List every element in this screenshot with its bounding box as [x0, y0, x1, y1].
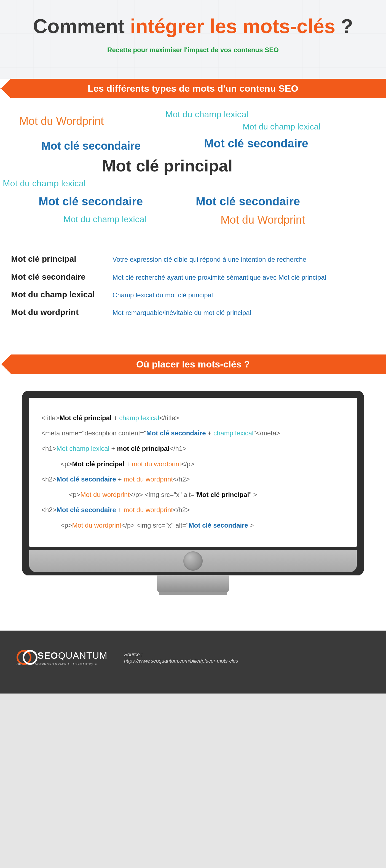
source-url: https://www.seoquantum.com/billet/placer…: [124, 658, 238, 664]
kw-wordprint: mot du wordprint: [124, 475, 173, 483]
kw-wordprint: Mot du wordprint: [80, 491, 130, 498]
definition-row: Mot du wordprint Mot remarquable/inévita…: [11, 303, 375, 321]
kw-secondaire: Mot clé secondaire: [57, 506, 116, 514]
keyword-cloud: Mot du Wordprint Mot du champ lexical Mo…: [0, 98, 386, 242]
definition-term: Mot du wordprint: [11, 307, 105, 317]
tag-img: <img src="x" alt=": [143, 491, 197, 498]
kw-principal: mot clé principal: [117, 445, 170, 452]
cloud-secondary-2: Mot clé secondaire: [204, 137, 308, 150]
monitor-home-button: [183, 551, 203, 571]
page-title: Comment intégrer les mots-clés ?: [11, 16, 375, 37]
tag-close: </h2>: [173, 506, 190, 514]
cloud-lexical-3: Mot du champ lexical: [3, 178, 86, 189]
infographic-page: Comment intégrer les mots-clés ? Recette…: [0, 0, 386, 693]
definition-row: Mot clé secondaire Mot clé recherché aya…: [11, 268, 375, 286]
kw-champ-lexical: champ lexical: [119, 414, 159, 422]
section-1-ribbon: Les différents types de mots d'un conten…: [0, 79, 386, 98]
tag-close: </p>: [121, 522, 135, 529]
definition-row: Mot du champ lexical Champ lexical du mo…: [11, 286, 375, 303]
tag-open: <meta name="description content=": [41, 429, 146, 437]
tag-open: <p>: [69, 491, 80, 498]
title-part-accent: intégrer les mots-clés: [130, 15, 335, 37]
code-p3-line: <p>Mot du wordprint</p> <img src="x" alt…: [41, 519, 345, 532]
monitor-screen: <title>Mot clé principal + champ lexical…: [29, 398, 357, 547]
cloud-wordprint-1: Mot du Wordprint: [19, 115, 104, 127]
definition-row: Mot clé principal Votre expression clé c…: [11, 250, 375, 268]
cloud-principal: Mot clé principal: [102, 156, 233, 175]
monitor-bezel-bottom: [29, 550, 357, 572]
cloud-lexical-4: Mot du champ lexical: [63, 214, 146, 224]
cloud-lexical-2: Mot du champ lexical: [243, 122, 320, 131]
tag-close: </h2>: [173, 475, 190, 483]
footer: SEOQUANTUM OPTIMISEZ VOTRE SEO GRÂCE À L…: [0, 630, 386, 693]
title-part-c: ?: [335, 15, 353, 37]
code-p2-line: <p>Mot du wordprint</p> <img src="x" alt…: [41, 488, 345, 501]
code-title-line: <title>Mot clé principal + champ lexical…: [41, 412, 345, 424]
kw-champ-lexical: Mot champ lexical: [57, 445, 109, 452]
tag-open: <p>: [61, 522, 72, 529]
source-block: Source : https://www.seoquantum.com/bill…: [124, 652, 238, 664]
hero-background-doodles: [0, 0, 386, 79]
section-2-ribbon: Où placer les mots-clés ?: [0, 354, 386, 374]
brand-logo: SEOQUANTUM OPTIMISEZ VOTRE SEO GRÂCE À L…: [16, 650, 108, 666]
kw-wordprint: mot du wordprint: [132, 460, 181, 468]
definition-term: Mot du champ lexical: [11, 289, 105, 300]
definition-desc: Votre expression clé cible qui répond à …: [112, 254, 375, 264]
plus: +: [109, 445, 117, 452]
cloud-secondary-3: Mot clé secondaire: [39, 195, 143, 208]
tag-close: </p>: [181, 460, 195, 468]
plus: +: [206, 429, 213, 437]
plus: +: [112, 414, 119, 422]
tag-open: <p>: [61, 460, 72, 468]
code-meta-line: <meta name="description content="Mot clé…: [41, 427, 345, 439]
kw-champ-lexical: champ lexical: [213, 429, 253, 437]
definition-desc: Mot remarquable/inévitable du mot clé pr…: [112, 307, 375, 317]
code-h2b-line: <h2>Mot clé secondaire + mot du wordprin…: [41, 503, 345, 516]
plus: +: [116, 475, 124, 483]
definition-desc: Mot clé recherché ayant une proximité sé…: [112, 272, 375, 282]
plus: +: [124, 460, 132, 468]
brand-text-seo: SEO: [37, 650, 58, 661]
tag-open: <h2>: [41, 475, 57, 483]
cloud-secondary-1: Mot clé secondaire: [41, 140, 141, 152]
tag-img: <img src="x" alt=": [135, 522, 188, 529]
logo-rings-icon: [16, 650, 34, 661]
tag-close: " >: [249, 491, 257, 498]
definition-term: Mot clé principal: [11, 254, 105, 264]
tag-close: </p>: [130, 491, 143, 498]
tag-open: <title>: [41, 414, 59, 422]
brand-text-quantum: QUANTUM: [58, 650, 108, 661]
monitor-frame: <title>Mot clé principal + champ lexical…: [22, 391, 364, 576]
kw-principal: Mot clé principal: [72, 460, 124, 468]
hero: Comment intégrer les mots-clés ? Recette…: [0, 0, 386, 79]
cloud-secondary-4: Mot clé secondaire: [196, 195, 300, 208]
monitor-section: <title>Mot clé principal + champ lexical…: [0, 374, 386, 630]
kw-principal: Mot clé principal: [197, 491, 249, 498]
kw-wordprint: mot du wordprint: [124, 506, 173, 514]
code-p1-line: <p>Mot clé principal + mot du wordprint<…: [41, 458, 345, 470]
cloud-wordprint-2: Mot du Wordprint: [220, 214, 305, 226]
kw-secondaire: Mot clé secondaire: [188, 522, 248, 529]
page-subtitle: Recette pour maximiser l'impact de vos c…: [11, 46, 375, 54]
tag-close: >: [248, 522, 254, 529]
section-1-title: Les différents types de mots d'un conten…: [88, 83, 298, 94]
definition-desc: Champ lexical du mot clé principal: [112, 289, 375, 300]
kw-secondaire: Mot clé secondaire: [57, 475, 116, 483]
code-h2a-line: <h2>Mot clé secondaire + mot du wordprin…: [41, 473, 345, 486]
definitions-list: Mot clé principal Votre expression clé c…: [0, 242, 386, 354]
tag-close: "</meta>: [253, 429, 280, 437]
section-2-title: Où placer les mots-clés ?: [136, 359, 250, 369]
monitor-stand: [157, 576, 229, 592]
kw-wordprint: Mot du wordprint: [72, 522, 121, 529]
tag-close: </h1>: [170, 445, 186, 452]
tag-open: <h2>: [41, 506, 57, 514]
brand-mark: SEOQUANTUM: [16, 650, 108, 661]
definition-term: Mot clé secondaire: [11, 272, 105, 282]
kw-secondaire: Mot clé secondaire: [146, 429, 206, 437]
title-part-a: Comment: [33, 15, 130, 37]
kw-principal: Mot clé principal: [59, 414, 111, 422]
tag-open: <h1>: [41, 445, 57, 452]
code-h1-line: <h1>Mot champ lexical + mot clé principa…: [41, 442, 345, 455]
tag-close: </title>: [160, 414, 179, 422]
source-label: Source :: [124, 652, 238, 658]
